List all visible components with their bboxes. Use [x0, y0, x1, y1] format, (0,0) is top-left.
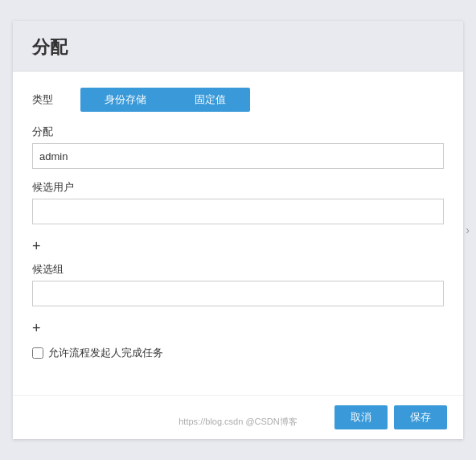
panel: › 分配 类型 身份存储 固定值 分配 候选用户 + 候选组 + — [13, 21, 463, 439]
candidate-group-add-icon[interactable]: + — [32, 321, 41, 335]
assign-label: 分配 — [32, 125, 444, 139]
cancel-button[interactable]: 取消 — [334, 405, 388, 429]
assign-input[interactable] — [32, 143, 444, 169]
allow-initiator-label: 允许流程发起人完成任务 — [48, 346, 163, 360]
candidate-user-input[interactable] — [32, 199, 444, 224]
allow-initiator-checkbox[interactable] — [32, 347, 43, 359]
candidate-user-label: 候选用户 — [32, 180, 444, 195]
chevron-right-icon: › — [466, 224, 470, 236]
type-row: 类型 身份存储 固定值 — [32, 88, 444, 112]
candidate-group-label: 候选组 — [32, 262, 444, 277]
btn-fixed-value[interactable]: 固定值 — [170, 88, 250, 112]
assign-field-block: 分配 — [32, 125, 444, 169]
panel-title: 分配 — [32, 37, 68, 57]
candidate-user-add-icon[interactable]: + — [32, 239, 41, 253]
panel-header: 分配 — [13, 21, 463, 72]
checkbox-row: 允许流程发起人完成任务 — [32, 346, 444, 360]
type-label: 类型 — [32, 92, 80, 107]
type-btn-group: 身份存储 固定值 — [80, 88, 250, 112]
candidate-user-block: 候选用户 — [32, 180, 444, 224]
save-button[interactable]: 保存 — [394, 405, 447, 429]
candidate-group-input[interactable] — [32, 281, 444, 306]
btn-identity-storage[interactable]: 身份存储 — [80, 88, 170, 112]
candidate-group-block: 候选组 — [32, 262, 444, 306]
panel-body: 类型 身份存储 固定值 分配 候选用户 + 候选组 + 允许流程发起人完成任务 — [13, 72, 463, 417]
watermark: https://blog.csdn @CSDN博客 — [178, 416, 298, 428]
